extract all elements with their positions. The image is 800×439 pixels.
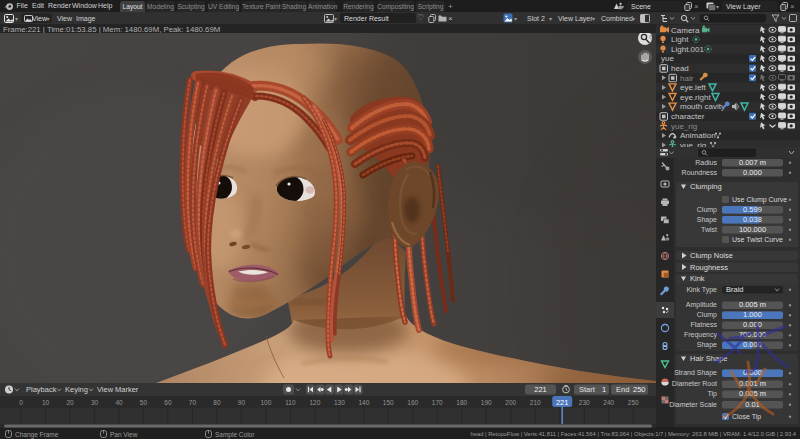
svg-text:221: 221 (534, 385, 547, 394)
svg-text:60: 60 (164, 399, 172, 406)
svg-text:mouth cavity: mouth cavity (680, 102, 725, 111)
svg-text:170: 170 (432, 399, 443, 406)
svg-text:Kink: Kink (690, 274, 705, 283)
svg-text:0.000: 0.000 (743, 168, 762, 177)
svg-text:80: 80 (213, 399, 221, 406)
svg-text:head: head (671, 64, 689, 73)
svg-text:View: View (97, 385, 114, 394)
svg-text:120: 120 (309, 399, 320, 406)
svg-text:0.007 m: 0.007 m (739, 158, 766, 167)
svg-text:240: 240 (603, 399, 614, 406)
svg-text:Twist: Twist (701, 226, 717, 233)
svg-text:Marker: Marker (115, 385, 139, 394)
svg-text:200: 200 (505, 399, 516, 406)
svg-text:140: 140 (358, 399, 369, 406)
svg-text:Use Clump Curve: Use Clump Curve (732, 196, 787, 204)
svg-text:Start: Start (579, 385, 596, 394)
svg-text:70: 70 (189, 399, 197, 406)
svg-text:100.000: 100.000 (739, 225, 766, 234)
svg-text:40: 40 (115, 399, 123, 406)
svg-text:190: 190 (481, 399, 492, 406)
svg-text:130: 130 (334, 399, 345, 406)
svg-text:0: 0 (19, 399, 23, 406)
svg-text:90: 90 (238, 399, 246, 406)
svg-text:50: 50 (140, 399, 148, 406)
svg-text:Amplitude: Amplitude (686, 301, 717, 309)
svg-text:100: 100 (260, 399, 271, 406)
svg-text:Roundness: Roundness (682, 169, 718, 176)
svg-text:250: 250 (633, 385, 646, 394)
svg-text:210: 210 (530, 399, 541, 406)
svg-text:Playback: Playback (26, 385, 57, 394)
svg-text:Clump: Clump (697, 206, 717, 214)
svg-text:Keying: Keying (65, 385, 88, 394)
svg-text:Roughness: Roughness (690, 263, 728, 272)
svg-text:180: 180 (456, 399, 467, 406)
svg-text:Shape: Shape (697, 216, 717, 224)
svg-text:110: 110 (285, 399, 296, 406)
svg-text:230: 230 (579, 399, 590, 406)
svg-text:1: 1 (602, 385, 606, 394)
svg-text:yue_rig: yue_rig (671, 122, 697, 131)
svg-text:Animation: Animation (680, 131, 716, 140)
svg-text:eye.left: eye.left (680, 83, 707, 92)
svg-text:0.005 m: 0.005 m (739, 300, 766, 309)
svg-text:0.038: 0.038 (743, 215, 762, 224)
svg-text:150: 150 (383, 399, 394, 406)
svg-text:250: 250 (628, 399, 639, 406)
svg-text:221: 221 (556, 398, 569, 407)
svg-text:Braid: Braid (726, 285, 744, 294)
svg-text:eye.right: eye.right (680, 93, 711, 102)
svg-text:Light: Light (671, 35, 689, 44)
svg-text:30: 30 (91, 399, 99, 406)
svg-text:10: 10 (42, 399, 50, 406)
svg-text:Light.001: Light.001 (671, 45, 704, 54)
svg-text:160: 160 (407, 399, 418, 406)
svg-text:Clump Noise: Clump Noise (690, 251, 733, 260)
svg-text:Kink Type: Kink Type (686, 286, 717, 294)
svg-text:yue: yue (661, 54, 674, 63)
svg-text:Clumping: Clumping (690, 182, 722, 191)
svg-text:Use Twist Curve: Use Twist Curve (732, 236, 783, 243)
svg-text:Radius: Radius (695, 159, 717, 166)
svg-text:20: 20 (66, 399, 74, 406)
svg-text:Camera: Camera (671, 26, 700, 35)
svg-text:hair: hair (680, 74, 694, 83)
svg-text:End: End (616, 385, 629, 394)
svg-text:character: character (671, 112, 705, 121)
svg-text:0.599: 0.599 (743, 205, 762, 214)
